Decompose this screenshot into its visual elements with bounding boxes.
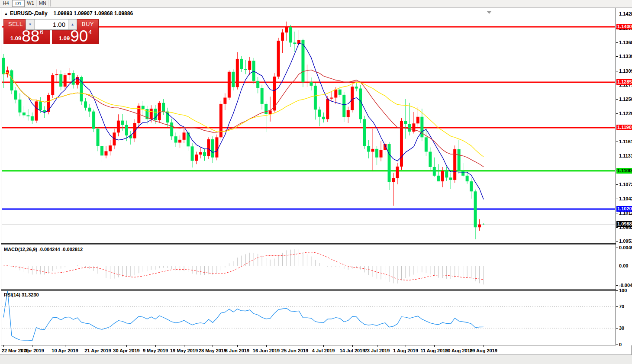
price-level-badge: 1.10201 — [616, 206, 632, 212]
candle-body — [285, 27, 288, 32]
candle-body — [359, 89, 362, 119]
macd-tick-label: 0.004517 — [619, 245, 632, 250]
candle-body — [183, 132, 186, 140]
volume-increase-icon[interactable]: ▲ — [68, 19, 77, 29]
sell-price: 1.09 88 6 — [3, 28, 50, 44]
candle-body — [449, 177, 452, 180]
price-tick-label: 1.13685 — [619, 40, 632, 45]
candle-body — [289, 27, 292, 42]
candle-body — [261, 88, 264, 103]
candle-body — [326, 99, 329, 119]
date-tick-mark — [98, 345, 98, 347]
candle-body — [236, 59, 239, 87]
candle-body — [322, 117, 325, 119]
candle-body — [441, 171, 444, 181]
timeframe-button-w1[interactable]: W1 — [25, 0, 37, 6]
timeframe-button-mn[interactable]: MN — [37, 0, 49, 6]
price-level-badge: 1.12851 — [616, 79, 632, 85]
volume-input[interactable] — [35, 19, 68, 29]
rsi-tick-label: 100 — [619, 288, 627, 293]
candle-body — [104, 151, 107, 155]
rsi-tick-label: 30 — [619, 325, 624, 331]
panel-splitter[interactable] — [1, 289, 631, 291]
price-level-badge: 1.11000 — [616, 168, 632, 174]
price-tick-mark — [616, 156, 618, 156]
candle-body — [88, 108, 91, 112]
scroll-to-end-icon[interactable] — [487, 11, 492, 14]
chart-ohlc-quotes: 1.09893 1.09907 1.09868 1.09886 — [54, 10, 133, 16]
candle-body — [244, 69, 247, 70]
rsi-indicator-chart[interactable] — [2, 291, 615, 345]
candle-body — [416, 117, 419, 123]
price-axis: 1.142801.139851.136851.133901.130901.127… — [616, 8, 632, 345]
volume-decrease-icon[interactable]: ▼ — [26, 19, 35, 29]
macd-tick-mark — [616, 248, 618, 248]
date-tick-label: 16 Jun 2019 — [253, 348, 280, 353]
buy-price-pip: 4 — [88, 29, 92, 35]
date-tick-label: 21 Apr 2019 — [84, 348, 111, 353]
candle-body — [461, 171, 464, 176]
candle-body — [100, 146, 103, 155]
candle-body — [408, 124, 411, 132]
timeframe-button-h4[interactable]: H4 — [0, 0, 12, 6]
time-axis: 22 Mar 20191 Apr 201910 Apr 201921 Apr 2… — [1, 345, 616, 354]
candle-body — [371, 149, 374, 152]
candle-body — [466, 176, 469, 181]
candle-body — [264, 104, 268, 114]
price-tick-label: 1.11310 — [619, 153, 632, 158]
candle-body — [433, 167, 436, 176]
buy-price-handle: 1.09 — [59, 35, 70, 42]
candle-body — [51, 75, 54, 95]
price-tick-mark — [616, 56, 618, 57]
price-tick-mark — [616, 85, 618, 85]
candle-body — [248, 61, 251, 70]
candle-body — [203, 152, 206, 156]
rsi-line — [3, 291, 484, 341]
candle-body — [334, 90, 337, 98]
price-tick-label: 1.14280 — [619, 11, 632, 16]
rsi-tick-label: 70 — [619, 304, 624, 309]
chart-tab-bar — [0, 354, 632, 364]
candle-body — [121, 121, 124, 125]
macd-tick-label: -0.004800 — [619, 283, 632, 288]
candle-body — [178, 140, 181, 143]
candle-body — [342, 95, 345, 117]
rsi-tick-mark — [616, 328, 618, 329]
date-tick-mark — [352, 345, 353, 347]
date-tick-label: 1 Apr 2019 — [20, 348, 44, 353]
date-tick-label: 1 Aug 2019 — [393, 348, 418, 353]
candle-body — [219, 104, 222, 137]
date-tick-mark — [155, 345, 156, 347]
candle-body — [14, 90, 17, 100]
price-tick-label: 1.13390 — [619, 54, 632, 59]
timeframe-button-d1[interactable]: D1 — [12, 0, 25, 7]
date-tick-mark — [213, 345, 213, 347]
date-tick-mark — [32, 345, 32, 347]
candle-body — [445, 171, 448, 177]
candle-body — [191, 146, 194, 161]
candle-body — [223, 98, 226, 104]
candle-body — [474, 191, 477, 227]
candle-body — [59, 74, 62, 87]
macd-indicator-chart[interactable] — [2, 245, 615, 289]
macd-indicator-label: MACD(12,26,9) -0.004244 -0.002812 — [4, 247, 83, 252]
macd-signal-line — [3, 252, 484, 280]
date-tick-mark — [237, 345, 238, 347]
candle-body — [351, 87, 354, 110]
date-tick-mark — [484, 345, 484, 347]
date-tick-mark — [65, 345, 65, 347]
price-tick-label: 1.11610 — [619, 139, 632, 144]
candle-body — [35, 101, 38, 120]
candle-body — [72, 73, 75, 85]
toolbar-divider — [50, 0, 51, 6]
candle-body — [396, 167, 399, 178]
price-tick-mark — [616, 241, 618, 242]
candle-body — [170, 122, 173, 136]
oct-collapse-icon[interactable]: ▲ — [4, 12, 8, 16]
date-tick-label: 9 May 2019 — [143, 348, 168, 353]
date-tick-mark — [406, 345, 406, 347]
candle-body — [125, 125, 128, 135]
price-tick-mark — [616, 184, 618, 185]
candle-body — [207, 139, 210, 156]
date-tick-label: 30 Apr 2019 — [113, 348, 139, 353]
